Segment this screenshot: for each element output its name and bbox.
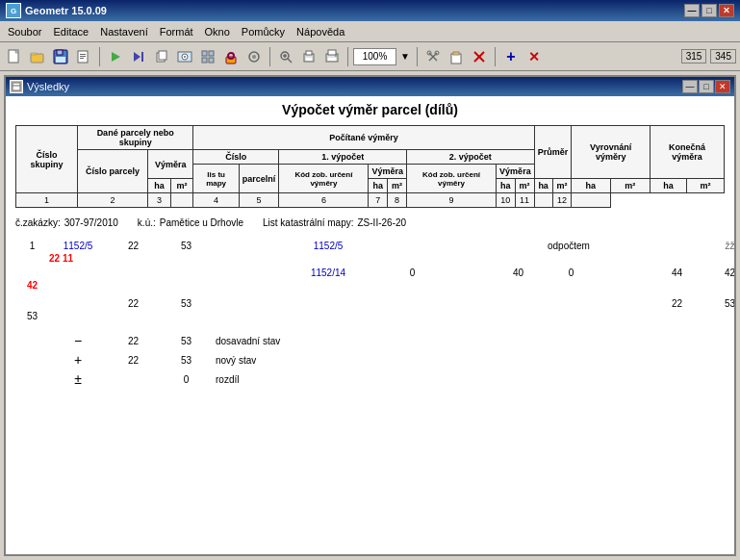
th-cislo-skupiny: Číslo skupiny bbox=[16, 126, 78, 193]
maximize-button[interactable]: □ bbox=[702, 4, 717, 17]
svg-marker-12 bbox=[134, 52, 140, 62]
menu-format[interactable]: Formát bbox=[154, 21, 199, 41]
row-num-4: 4 bbox=[193, 193, 239, 208]
cell-sum-m2: 53 bbox=[160, 297, 213, 310]
toolbar: ▼ + ✕ 315 345 bbox=[0, 42, 740, 71]
cell-vymera-ha-1: 22 bbox=[107, 240, 160, 252]
svg-rect-33 bbox=[306, 58, 312, 61]
table-row: ± 0 rozdíl bbox=[15, 370, 725, 388]
table-row: + 22 53 nový stav bbox=[15, 351, 725, 369]
btn-zoom-in[interactable] bbox=[275, 46, 296, 67]
btn-play[interactable] bbox=[105, 46, 126, 67]
data-table: Číslo skupiny Dané parcely nebo skupiny … bbox=[15, 125, 725, 208]
inner-window-icon bbox=[10, 80, 23, 93]
btn-paste[interactable] bbox=[446, 46, 467, 67]
title-bar: G Geometr 15.0.09 — □ ✕ bbox=[0, 0, 740, 21]
btn-lock[interactable] bbox=[220, 46, 242, 67]
btn-delete[interactable] bbox=[469, 46, 490, 67]
menu-editace[interactable]: Editace bbox=[47, 21, 94, 41]
row-num-7: 7 bbox=[369, 193, 387, 208]
menu-soubor[interactable]: Soubor bbox=[2, 21, 47, 41]
th-vyrovnani: Vyrovnání výměry bbox=[572, 126, 651, 179]
menu-pomucky[interactable]: Pomůcky bbox=[236, 21, 291, 41]
th-v2-m2: m² bbox=[515, 179, 534, 193]
svg-point-37 bbox=[335, 55, 337, 57]
th-kod2: Kód zob. určení výměry bbox=[406, 165, 496, 193]
info-zakazky-value: 307-97/2010 bbox=[64, 217, 118, 228]
th-prumer: Průměr bbox=[534, 126, 572, 179]
cell-rozdil-val: 0 bbox=[160, 373, 213, 386]
close-button[interactable]: ✕ bbox=[719, 4, 734, 17]
cell-kod1-2: 0 bbox=[386, 267, 439, 279]
cell-v1m2-1 bbox=[492, 245, 545, 247]
menu-bar: Soubor Editace Nastavení Formát Okno Pom… bbox=[0, 21, 740, 42]
cell-vymera-m2-1: 53 bbox=[160, 240, 213, 252]
btn-cut[interactable] bbox=[422, 46, 444, 67]
cell-v2m2-1: žž bbox=[703, 240, 734, 252]
svg-rect-2 bbox=[31, 54, 43, 63]
row-num-12b bbox=[572, 193, 610, 208]
btn-step[interactable] bbox=[128, 46, 149, 67]
svg-rect-19 bbox=[202, 51, 207, 56]
info-list-label: List katastrální mapy: bbox=[263, 217, 353, 228]
svg-rect-9 bbox=[80, 56, 86, 57]
th-kod1: Kód zob. určení výměry bbox=[279, 165, 369, 193]
minimize-button[interactable]: — bbox=[684, 4, 700, 17]
row-num-1: 1 bbox=[16, 193, 78, 208]
cell-konecna-2: 42 bbox=[15, 279, 49, 292]
th-kn-ha: ha bbox=[651, 179, 687, 193]
cell-konecna-1: 22 11 bbox=[15, 252, 107, 265]
btn-printer2[interactable] bbox=[321, 46, 343, 67]
cell-prumer-2: 42 bbox=[703, 267, 734, 279]
inner-minimize-button[interactable]: — bbox=[682, 80, 698, 93]
th-vymera2: Výměra bbox=[497, 165, 535, 179]
label-rozdil: rozdíl bbox=[213, 373, 501, 386]
menu-napoveda[interactable]: Nápověda bbox=[291, 21, 350, 41]
table-row: 1 1152/5 22 53 1152/5 odpočtem žž 22 11 bbox=[15, 240, 725, 265]
th-vymera-m2: m² bbox=[170, 179, 193, 193]
th-kn-m2: m² bbox=[686, 179, 724, 193]
svg-rect-13 bbox=[141, 52, 143, 62]
symbol-plus: + bbox=[49, 351, 107, 369]
cell-parcela-1: 1152/5 bbox=[49, 240, 107, 252]
row-num-5: 5 bbox=[239, 193, 279, 208]
btn-cross[interactable]: ✕ bbox=[523, 46, 545, 67]
row-num-12: 12 bbox=[552, 193, 572, 208]
btn-grid[interactable] bbox=[197, 46, 218, 67]
svg-rect-35 bbox=[328, 50, 336, 55]
svg-rect-43 bbox=[453, 52, 459, 55]
svg-rect-6 bbox=[56, 57, 65, 63]
window-container: Výsledky — □ ✕ Výpočet výměr parcel (díl… bbox=[0, 71, 740, 560]
btn-tools[interactable] bbox=[243, 46, 265, 67]
zoom-input[interactable] bbox=[353, 48, 396, 65]
symbol-minus: − bbox=[49, 332, 107, 349]
th-vymera1: Výměra bbox=[369, 165, 407, 179]
separator-3 bbox=[347, 47, 348, 66]
row-num-8: 8 bbox=[387, 193, 406, 208]
menu-nastaveni[interactable]: Nastavení bbox=[94, 21, 154, 41]
btn-view[interactable] bbox=[174, 46, 195, 67]
btn-copy[interactable] bbox=[151, 46, 172, 67]
print-preview-button[interactable] bbox=[73, 46, 94, 67]
row-num-9: 9 bbox=[406, 193, 496, 208]
th-cislo-sub: Číslo bbox=[193, 150, 279, 165]
zoom-dropdown-icon[interactable]: ▼ bbox=[400, 51, 410, 62]
table-row: − 22 53 dosavadní stav bbox=[15, 332, 725, 349]
main-title: Výpočet výměr parcel (dílů) bbox=[15, 102, 725, 117]
btn-print[interactable] bbox=[298, 46, 319, 67]
save-button[interactable] bbox=[50, 46, 71, 67]
label-dosavadni: dosavadní stav bbox=[213, 335, 501, 347]
btn-plus[interactable]: + bbox=[500, 46, 522, 67]
svg-point-26 bbox=[252, 55, 256, 59]
th-pr-ha: ha bbox=[534, 179, 552, 193]
open-button[interactable] bbox=[27, 46, 48, 67]
inner-window-buttons: — □ ✕ bbox=[682, 80, 730, 93]
cell-kod2-2: 0 bbox=[545, 267, 598, 279]
menu-okno[interactable]: Okno bbox=[199, 21, 236, 41]
page-total: 345 bbox=[710, 49, 736, 64]
svg-rect-46 bbox=[13, 83, 20, 90]
inner-maximize-button[interactable]: □ bbox=[699, 80, 714, 93]
new-button[interactable] bbox=[4, 46, 25, 67]
svg-rect-3 bbox=[31, 53, 37, 55]
inner-close-button[interactable]: ✕ bbox=[715, 80, 730, 93]
